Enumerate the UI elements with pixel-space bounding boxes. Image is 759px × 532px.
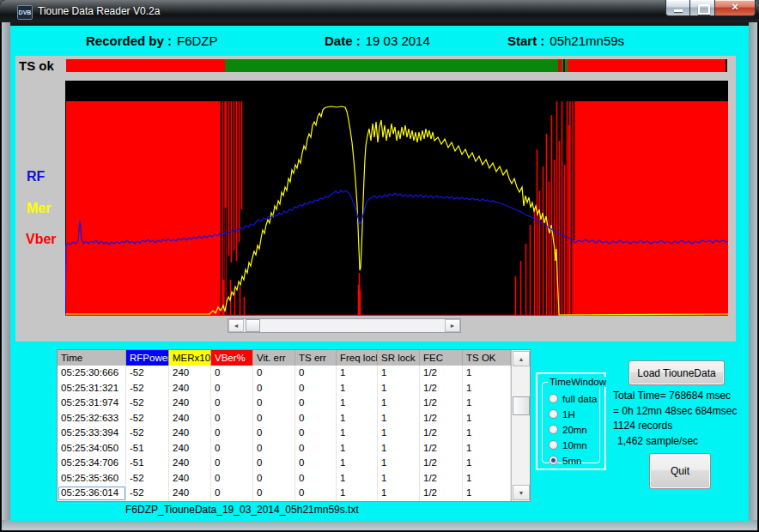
table-cell[interactable]: 0 bbox=[211, 411, 253, 426]
table-cell[interactable]: 240 bbox=[169, 396, 211, 411]
column-header-sr-lock[interactable]: SR lock bbox=[378, 350, 420, 366]
time-window-option-full-data[interactable]: full data bbox=[549, 393, 597, 404]
table-cell[interactable]: 240 bbox=[169, 426, 211, 441]
table-cell[interactable]: 240 bbox=[169, 381, 211, 396]
column-header-time[interactable]: Time bbox=[58, 350, 126, 366]
table-cell[interactable]: 05:25:34:050 bbox=[58, 441, 126, 456]
table-cell[interactable]: 05:25:35:360 bbox=[58, 471, 126, 487]
table-cell[interactable]: 1 bbox=[463, 471, 511, 487]
table-cell[interactable]: 240 bbox=[169, 366, 211, 381]
table-cell[interactable]: -51 bbox=[126, 456, 169, 471]
radio-icon[interactable] bbox=[549, 425, 558, 434]
table-cell[interactable]: 0 bbox=[253, 426, 295, 441]
table-cell[interactable]: 240 bbox=[169, 441, 211, 456]
chart-scrollbar-thumb[interactable] bbox=[246, 319, 260, 332]
quit-button[interactable]: Quit bbox=[649, 453, 711, 489]
table-cell[interactable]: 1 bbox=[378, 471, 420, 487]
table-cell[interactable]: 240 bbox=[169, 486, 211, 501]
table-cell[interactable]: 05:25:30:666 bbox=[58, 366, 126, 381]
table-cell[interactable]: -52 bbox=[126, 486, 169, 501]
table-cell[interactable]: 1 bbox=[463, 426, 511, 441]
radio-icon[interactable] bbox=[549, 394, 558, 403]
radio-icon[interactable] bbox=[549, 440, 558, 450]
close-button[interactable]: ✕ bbox=[714, 0, 756, 16]
table-cell[interactable]: 05:25:34:706 bbox=[58, 456, 126, 471]
table-cell[interactable]: 05:25:33:394 bbox=[58, 426, 126, 441]
table-cell[interactable]: 0 bbox=[253, 441, 295, 456]
table-cell[interactable]: 0 bbox=[253, 471, 295, 487]
table-cell[interactable]: 1 bbox=[378, 381, 420, 396]
table-cell[interactable]: 1/2 bbox=[420, 471, 463, 487]
table-cell[interactable]: -52 bbox=[126, 366, 169, 381]
table-scrollbar-thumb[interactable] bbox=[513, 396, 530, 415]
table-cell[interactable]: -52 bbox=[126, 426, 169, 441]
time-window-option-20mn[interactable]: 20mn bbox=[549, 424, 587, 435]
table-row[interactable]: 05:25:34:706-51240000111/21 bbox=[58, 456, 511, 471]
table-cell[interactable]: 1 bbox=[337, 441, 378, 456]
table-cell[interactable]: 1/2 bbox=[420, 456, 463, 471]
scroll-right-button[interactable]: ► bbox=[445, 319, 460, 332]
table-cell[interactable]: 1 bbox=[337, 456, 378, 471]
table-cell[interactable]: 1/2 bbox=[420, 396, 463, 411]
table-row[interactable]: 05:25:36:014-52240000111/21 bbox=[58, 486, 511, 501]
table-cell[interactable]: 0 bbox=[211, 486, 253, 501]
table-cell[interactable]: 0 bbox=[295, 411, 337, 426]
column-header-rfpower[interactable]: RFPower bbox=[126, 350, 169, 366]
table-cell[interactable]: 0 bbox=[211, 456, 253, 471]
table-cell[interactable]: 1 bbox=[463, 486, 511, 501]
table-cell[interactable]: 1 bbox=[378, 366, 420, 381]
table-cell[interactable]: 0 bbox=[295, 381, 337, 396]
table-cell[interactable]: 0 bbox=[211, 441, 253, 456]
table-cell[interactable]: 1 bbox=[337, 411, 378, 426]
table-cell[interactable]: 0 bbox=[211, 426, 253, 441]
maximize-button[interactable] bbox=[689, 0, 716, 16]
table-cell[interactable]: 1 bbox=[337, 381, 378, 396]
table-cell[interactable]: 1 bbox=[337, 396, 378, 411]
table-cell[interactable]: 0 bbox=[211, 366, 253, 381]
table-cell[interactable]: 0 bbox=[253, 456, 295, 471]
column-header-fec[interactable]: FEC bbox=[420, 350, 463, 366]
table-cell[interactable]: 0 bbox=[295, 471, 337, 487]
table-row[interactable]: 05:25:32:633-52240000111/21 bbox=[58, 411, 511, 426]
table-row[interactable]: 05:25:35:360-52240000111/21 bbox=[58, 471, 511, 487]
table-cell[interactable]: 1 bbox=[378, 441, 420, 456]
table-cell[interactable]: 0 bbox=[295, 426, 337, 441]
table-cell[interactable]: 1/2 bbox=[420, 366, 463, 381]
table-cell[interactable]: 1/2 bbox=[420, 381, 463, 396]
column-header-vit-err[interactable]: Vit. err bbox=[253, 350, 295, 366]
table-cell[interactable]: 1 bbox=[463, 456, 511, 471]
table-cell[interactable]: -52 bbox=[126, 381, 169, 396]
table-cell[interactable]: 1 bbox=[378, 426, 420, 441]
table-cell[interactable]: 1 bbox=[378, 486, 420, 501]
table-cell[interactable]: 05:25:31:321 bbox=[58, 381, 126, 396]
table-cell[interactable]: 1 bbox=[337, 366, 378, 381]
table-cell[interactable]: 0 bbox=[295, 366, 337, 381]
column-header-freq-lock[interactable]: Freq lock bbox=[337, 350, 378, 366]
table-cell[interactable]: 240 bbox=[169, 456, 211, 471]
table-row[interactable]: 05:25:33:394-52240000111/21 bbox=[58, 426, 511, 441]
table-cell[interactable]: 1 bbox=[463, 366, 511, 381]
scroll-left-button[interactable]: ◄ bbox=[228, 319, 244, 332]
table-cell[interactable]: -52 bbox=[126, 396, 169, 411]
table-cell[interactable]: -51 bbox=[126, 441, 169, 456]
table-row[interactable]: 05:25:31:974-52240000111/21 bbox=[58, 396, 511, 411]
table-cell[interactable]: 0 bbox=[211, 381, 253, 396]
table-cell[interactable]: 240 bbox=[169, 471, 211, 487]
table-cell[interactable]: 05:25:36:014 bbox=[58, 486, 126, 501]
table-cell[interactable]: 1 bbox=[337, 486, 378, 501]
table-cell[interactable]: -52 bbox=[126, 471, 169, 487]
table-cell[interactable]: 1 bbox=[463, 411, 511, 426]
table-cell[interactable]: 0 bbox=[253, 396, 295, 411]
chart-scrollbar[interactable]: ◄ ► bbox=[228, 318, 461, 333]
table-cell[interactable]: 0 bbox=[253, 486, 295, 501]
table-cell[interactable]: -52 bbox=[126, 411, 169, 426]
time-window-option-1h[interactable]: 1H bbox=[549, 408, 575, 420]
table-scrollbar[interactable]: ▲ ▼ bbox=[511, 350, 530, 501]
radio-icon[interactable] bbox=[549, 409, 558, 419]
table-cell[interactable]: 0 bbox=[211, 396, 253, 411]
table-cell[interactable]: 1 bbox=[378, 396, 420, 411]
minimize-button[interactable] bbox=[665, 0, 691, 16]
title-bar[interactable]: DVB Tioune Data Reader V0.2a ✕ bbox=[0, 0, 759, 22]
column-header-ts-err[interactable]: TS err bbox=[295, 350, 337, 366]
load-tioune-data-button[interactable]: Load TiouneData bbox=[628, 360, 725, 385]
